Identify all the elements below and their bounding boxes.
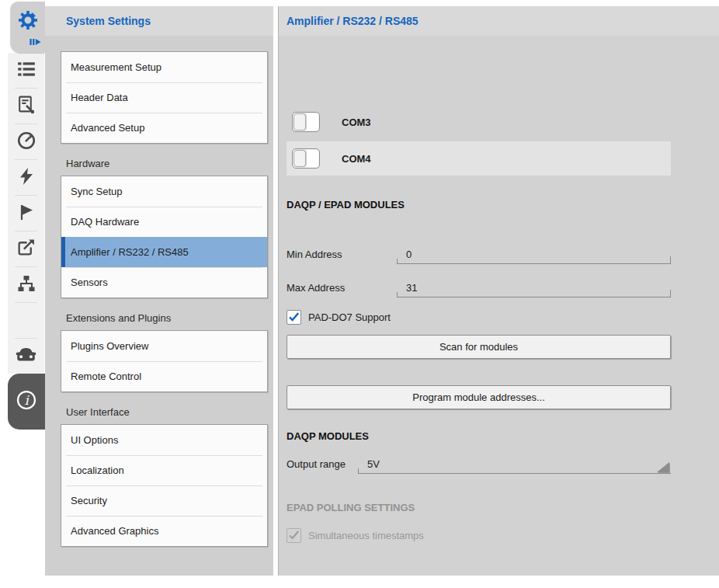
menu-item-sync-setup[interactable]: Sync Setup (61, 176, 267, 207)
menu-item-label: UI Options (71, 434, 118, 446)
menu-item-daq-hardware[interactable]: DAQ Hardware (61, 207, 267, 237)
menu-group-extensions: Plugins Overview Remote Control (61, 330, 268, 392)
sidebar-item-vehicle[interactable] (8, 339, 44, 374)
content-body: COM3 COM4 DAQP / EPAD MODULES Min Addres… (287, 36, 671, 576)
menu-item-label: Amplifier / RS232 / RS485 (71, 246, 189, 258)
network-tree-icon (17, 274, 36, 296)
gear-icon (17, 9, 39, 34)
com4-toggle[interactable] (292, 148, 320, 169)
menu-item-localization[interactable]: Localization (61, 455, 267, 485)
menu-item-label: Measurement Setup (71, 61, 162, 73)
daqp-modules-heading: DAQP MODULES (287, 430, 369, 442)
dropdown-corner-icon (657, 462, 669, 472)
menu-item-label: DAQ Hardware (71, 216, 139, 228)
measure-gauge-icon (16, 130, 36, 154)
min-address-label: Min Address (287, 249, 342, 260)
group-title-extensions: Extensions and Plugins (66, 312, 268, 324)
com3-toggle[interactable] (292, 112, 320, 132)
amplifier-settings-pane: Amplifier / RS232 / RS485 COM3 COM4 DAQP… (278, 6, 719, 576)
com4-row: COM4 (287, 141, 671, 176)
max-address-input[interactable]: 31 (397, 277, 671, 297)
menu-body: Measurement Setup Header Data Advanced S… (45, 36, 273, 547)
min-address-value: 0 (406, 249, 412, 260)
min-address-input[interactable]: 0 (397, 244, 671, 264)
page-title: Amplifier / RS232 / RS485 (279, 6, 719, 36)
menu-item-label: Header Data (71, 92, 128, 103)
menu-item-label: Security (71, 495, 107, 506)
simultaneous-timestamps-checkbox (287, 528, 301, 543)
svg-text:i: i (24, 393, 30, 408)
com4-label: COM4 (342, 153, 371, 165)
pad-do7-row: PAD-DO7 Support (287, 308, 391, 325)
fast-forward-icon (30, 34, 41, 48)
system-settings-panel: System Settings Measurement Setup Header… (45, 6, 273, 576)
menu-group-hardware: Sync Setup DAQ Hardware Amplifier / RS23… (61, 176, 268, 298)
group-title-user-interface: User Interface (66, 406, 268, 418)
sidebar-item-network[interactable] (8, 267, 44, 302)
spacer-slot (8, 303, 44, 338)
com3-label: COM3 (342, 117, 371, 128)
min-address-row: Min Address 0 (287, 244, 671, 264)
settings-window: i System Settings Measurement Setup Head… (0, 0, 719, 588)
scan-for-modules-button[interactable]: Scan for modules (287, 335, 671, 359)
menu-item-advanced-setup[interactable]: Advanced Setup (61, 113, 267, 143)
max-address-label: Max Address (287, 282, 345, 294)
sidebar-item-trigger[interactable] (8, 160, 44, 195)
toggle-knob (294, 113, 306, 130)
menu-item-label: Localization (71, 464, 124, 476)
program-module-addresses-button[interactable]: Program module addresses... (287, 385, 671, 409)
menu-item-sensors[interactable]: Sensors (61, 267, 267, 297)
sidebar-item-events[interactable] (8, 196, 44, 231)
selection-bar (61, 237, 65, 267)
sidebar-item-measure[interactable] (8, 124, 44, 159)
menu-item-label: Advanced Setup (71, 122, 144, 134)
max-address-row: Max Address 31 (287, 277, 671, 297)
menu-item-plugins-overview[interactable]: Plugins Overview (61, 331, 267, 361)
sidebar-item-channels[interactable] (8, 53, 44, 88)
pad-do7-checkbox[interactable] (287, 310, 301, 325)
info-tab[interactable]: i (8, 374, 45, 430)
icon-strip (8, 53, 44, 374)
output-range-row: Output range 5V (287, 454, 671, 474)
check-icon (287, 310, 300, 324)
simultaneous-timestamps-row: Simultaneous timestamps (287, 527, 424, 544)
channel-list-icon (16, 59, 36, 82)
menu-group-user-interface: UI Options Localization Security Advance… (61, 424, 268, 547)
menu-item-label: Sync Setup (71, 186, 123, 197)
menu-item-advanced-graphics[interactable]: Advanced Graphics (61, 516, 267, 546)
daqp-epad-heading: DAQP / EPAD MODULES (287, 199, 405, 210)
max-address-value: 31 (406, 282, 417, 294)
check-icon (287, 528, 300, 542)
settings-tab[interactable] (11, 2, 45, 53)
toggle-knob (294, 150, 306, 167)
setup-file-icon (16, 95, 36, 117)
info-icon: i (15, 388, 38, 415)
menu-item-header-data[interactable]: Header Data (61, 82, 267, 113)
output-range-value: 5V (367, 458, 380, 470)
sidebar-item-setup-files[interactable] (8, 89, 44, 124)
lightning-icon (17, 167, 36, 189)
simultaneous-timestamps-label: Simultaneous timestamps (308, 530, 424, 541)
com3-row: COM3 (287, 106, 671, 138)
menu-item-label: Advanced Graphics (71, 525, 158, 537)
panel-title: System Settings (45, 6, 273, 36)
vehicle-icon (16, 344, 36, 368)
menu-item-amplifier-rs232-rs485[interactable]: Amplifier / RS232 / RS485 (61, 237, 267, 267)
export-icon (16, 238, 36, 260)
menu-item-security[interactable]: Security (61, 485, 267, 516)
menu-item-label: Plugins Overview (71, 340, 148, 352)
group-title-hardware: Hardware (66, 158, 268, 169)
sidebar-item-export[interactable] (8, 231, 44, 266)
menu-item-remote-control[interactable]: Remote Control (61, 361, 267, 391)
menu-group-general: Measurement Setup Header Data Advanced S… (61, 51, 268, 144)
output-range-dropdown[interactable]: 5V (358, 454, 671, 474)
menu-item-ui-options[interactable]: UI Options (61, 425, 267, 455)
output-range-label: Output range (287, 458, 346, 470)
menu-item-measurement-setup[interactable]: Measurement Setup (61, 52, 267, 82)
menu-item-label: Remote Control (71, 371, 141, 382)
epad-polling-heading: EPAD POLLING SETTINGS (287, 502, 415, 513)
flag-icon (17, 203, 36, 224)
menu-item-label: Sensors (71, 277, 108, 288)
pad-do7-label: PAD-DO7 Support (308, 311, 391, 323)
left-icon-rail: i (0, 0, 45, 588)
